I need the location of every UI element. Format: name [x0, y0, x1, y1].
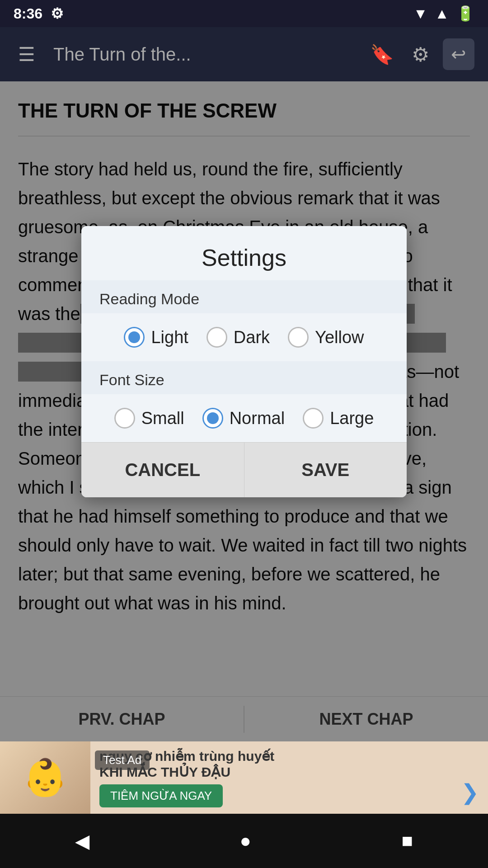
sys-back-icon[interactable]: ◀	[75, 830, 89, 852]
status-time: 8:36	[14, 5, 42, 22]
status-settings-icon: ⚙	[51, 5, 64, 22]
dialog-buttons: CANCEL SAVE	[81, 442, 407, 497]
ad-image: 👶	[0, 741, 90, 814]
reading-mode-yellow[interactable]: Yellow	[288, 327, 364, 348]
menu-icon[interactable]: ☰	[14, 39, 40, 70]
font-size-large-label: Large	[330, 409, 374, 428]
radio-light-inner	[128, 331, 140, 343]
wifi-icon: ▼	[413, 5, 428, 22]
settings-dialog: Settings Reading Mode Light Dark	[81, 226, 407, 497]
content-area: THE TURN OF THE SCREW The story had held…	[0, 81, 488, 741]
toolbar-title: The Turn of the...	[49, 44, 357, 65]
radio-yellow-circle	[288, 327, 309, 348]
toolbar: ☰ The Turn of the... 🔖 ⚙ ↩	[0, 27, 488, 81]
reading-mode-label: Reading Mode	[81, 280, 407, 313]
sys-home-icon[interactable]: ●	[240, 830, 251, 852]
bookmark-icon[interactable]: 🔖	[366, 39, 398, 70]
font-size-options: Small Normal Large	[81, 394, 407, 442]
settings-icon[interactable]: ⚙	[407, 38, 434, 71]
font-size-normal[interactable]: Normal	[202, 408, 285, 429]
ad-cta-button[interactable]: TIÊM NGỪA NGAY	[99, 784, 223, 807]
system-nav-bar: ◀ ● ■	[0, 814, 488, 868]
radio-normal-inner	[207, 412, 219, 424]
signal-icon: ▲	[435, 5, 449, 22]
reading-mode-light[interactable]: Light	[124, 327, 188, 348]
radio-dark-circle	[206, 327, 227, 348]
battery-icon: 🔋	[456, 5, 474, 22]
ad-close-icon[interactable]: ❯	[461, 779, 479, 805]
reading-mode-options: Light Dark Yellow	[81, 313, 407, 361]
radio-normal-circle	[202, 408, 223, 429]
font-size-small[interactable]: Small	[114, 408, 184, 429]
reading-mode-dark[interactable]: Dark	[206, 327, 270, 348]
ad-title: nguy cơ nhiễm trùng huyếtKHI MẮC THỦY ĐẬ…	[99, 748, 479, 780]
reading-mode-dark-label: Dark	[234, 328, 270, 347]
ad-banner: 👶 Test Ad nguy cơ nhiễm trùng huyếtKHI M…	[0, 741, 488, 814]
back-icon[interactable]: ↩	[443, 38, 474, 70]
radio-light-circle	[124, 327, 145, 348]
status-bar: 8:36 ⚙ ▼ ▲ 🔋	[0, 0, 488, 27]
font-size-small-label: Small	[141, 409, 184, 428]
radio-small-circle	[114, 408, 135, 429]
dialog-title: Settings	[81, 226, 407, 280]
save-button[interactable]: SAVE	[244, 443, 407, 497]
reading-mode-yellow-label: Yellow	[315, 328, 364, 347]
radio-large-circle	[303, 408, 324, 429]
cancel-button[interactable]: CANCEL	[81, 443, 244, 497]
ad-badge: Test Ad	[95, 750, 150, 770]
reading-mode-light-label: Light	[151, 328, 188, 347]
font-size-label: Font Size	[81, 361, 407, 394]
dialog-overlay: Settings Reading Mode Light Dark	[0, 81, 488, 741]
ad-content: nguy cơ nhiễm trùng huyếtKHI MẮC THỦY ĐẬ…	[90, 741, 488, 814]
sys-recent-icon[interactable]: ■	[401, 830, 413, 852]
font-size-normal-label: Normal	[230, 409, 285, 428]
font-size-large[interactable]: Large	[303, 408, 374, 429]
